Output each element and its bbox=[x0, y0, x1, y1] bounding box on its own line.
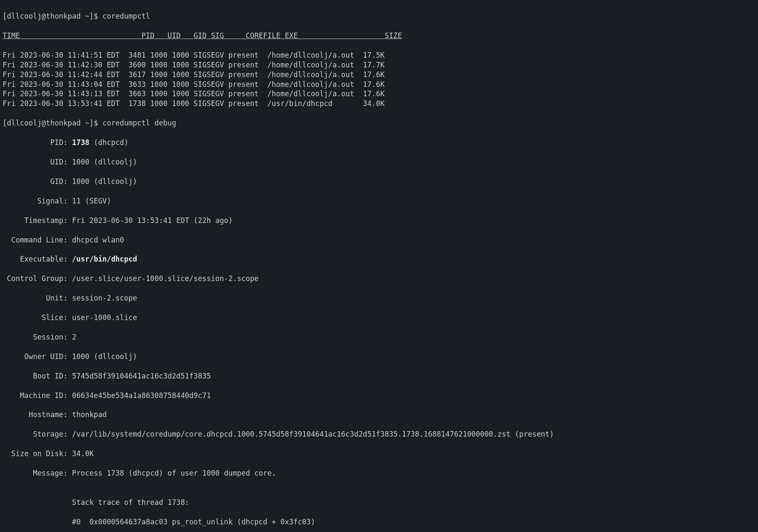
spacer bbox=[20, 31, 142, 40]
col-gid: GID bbox=[193, 31, 207, 40]
info-cmdline: Command Line: dhcpcd wlan0 bbox=[3, 235, 755, 245]
col-size: SIZE bbox=[385, 31, 402, 40]
label: Executable: bbox=[3, 255, 72, 263]
prompt-line-1: [dllcoolj@thonkpad ~]$ coredumpctl bbox=[3, 11, 755, 21]
col-time: TIME bbox=[3, 31, 20, 40]
info-signal: Signal: 11 (SEGV) bbox=[3, 196, 755, 206]
prompt: [dllcoolj@thonkpad ~]$ bbox=[3, 12, 102, 20]
table-row: Fri 2023-06-30 11:41:51 EDT 3481 1000 10… bbox=[3, 50, 755, 60]
info-timestamp: Timestamp: Fri 2023-06-30 13:53:41 EDT (… bbox=[3, 216, 755, 226]
info-slice: Slice: user-1000.slice bbox=[3, 313, 755, 323]
spacer bbox=[181, 31, 194, 40]
col-pid: PID bbox=[142, 31, 155, 40]
table-row: Fri 2023-06-30 11:42:44 EDT 3617 1000 10… bbox=[3, 70, 755, 80]
table-header: TIME PID UID GID SIG COREFILE EXE SIZE bbox=[3, 31, 755, 41]
info-session: Session: 2 bbox=[3, 332, 755, 342]
info-owner-uid: Owner UID: 1000 (dllcoolj) bbox=[3, 352, 755, 362]
spacer bbox=[207, 31, 211, 40]
info-size-on-disk: Size on Disk: 34.0K bbox=[3, 449, 755, 459]
info-uid: UID: 1000 (dllcoolj) bbox=[3, 157, 755, 167]
table-row: Fri 2023-06-30 11:43:13 EDT 3663 1000 10… bbox=[3, 89, 755, 99]
col-exe: EXE bbox=[285, 31, 298, 40]
info-gid: GID: 1000 (dllcoolj) bbox=[3, 177, 755, 187]
info-machine-id: Machine ID: 06634e45be534a1a86308758440d… bbox=[3, 391, 755, 401]
info-message: Message: Process 1738 (dhcpcd) of user 1… bbox=[3, 468, 755, 478]
stack-header: Stack trace of thread 1738: bbox=[3, 498, 755, 507]
command: coredumpctl bbox=[102, 12, 150, 20]
table-row: Fri 2023-06-30 13:53:41 EDT 1738 1000 10… bbox=[3, 99, 755, 109]
spacer bbox=[280, 31, 285, 40]
label: PID: bbox=[3, 138, 72, 147]
info-storage: Storage: /var/lib/systemd/coredump/core.… bbox=[3, 429, 755, 439]
command: coredumpctl debug bbox=[102, 119, 176, 127]
info-boot-id: Boot ID: 5745d58f39104641ac16c3d2d51f383… bbox=[3, 371, 755, 381]
info-executable: Executable: /usr/bin/dhcpcd bbox=[3, 254, 755, 264]
info-pid: PID: 1738 (dhcpcd) bbox=[3, 138, 755, 148]
spacer bbox=[154, 31, 168, 40]
table-rows: Fri 2023-06-30 11:41:51 EDT 3481 1000 10… bbox=[3, 50, 755, 109]
table-row: Fri 2023-06-30 11:43:04 EDT 3633 1000 10… bbox=[3, 80, 755, 89]
extra: (dhcpcd) bbox=[90, 138, 129, 147]
spacer bbox=[298, 31, 385, 40]
table-row: Fri 2023-06-30 11:42:30 EDT 3600 1000 10… bbox=[3, 60, 755, 70]
spacer bbox=[224, 31, 246, 40]
col-corefile: COREFILE bbox=[246, 31, 280, 40]
info-unit: Unit: session-2.scope bbox=[3, 293, 755, 303]
terminal[interactable]: [dllcoolj@thonkpad ~]$ coredumpctl TIME … bbox=[0, 0, 758, 532]
prompt: [dllcoolj@thonkpad ~]$ bbox=[3, 119, 102, 127]
info-hostname: Hostname: thonkpad bbox=[3, 410, 755, 420]
col-sig: SIG bbox=[211, 31, 224, 40]
value: 1738 bbox=[72, 138, 90, 147]
info-cgroup: Control Group: /user.slice/user-1000.sli… bbox=[3, 274, 755, 284]
col-uid: UID bbox=[168, 31, 181, 40]
value: /usr/bin/dhcpcd bbox=[72, 255, 137, 263]
prompt-line-2: [dllcoolj@thonkpad ~]$ coredumpctl debug bbox=[3, 118, 755, 128]
stack-frame-0: #0 0x0000564637a8ac03 ps_root_unlink (dh… bbox=[3, 517, 755, 527]
